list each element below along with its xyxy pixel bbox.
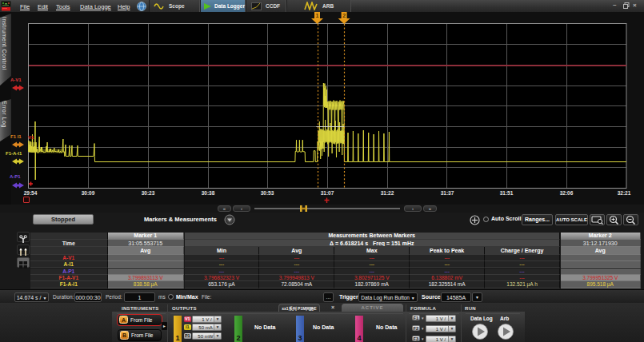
svg-text:2: 2 (342, 13, 346, 18)
svg-text:1: 1 (316, 13, 319, 18)
